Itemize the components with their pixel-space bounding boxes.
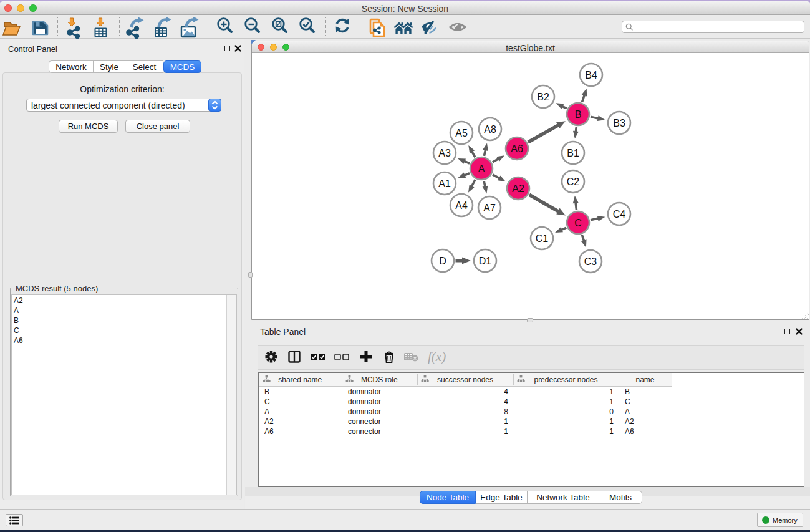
svg-text:B2: B2 bbox=[537, 92, 549, 102]
svg-text:C4: C4 bbox=[613, 209, 626, 220]
svg-text:B: B bbox=[575, 109, 582, 120]
svg-text:C: C bbox=[574, 218, 582, 228]
svg-text:B1: B1 bbox=[567, 148, 579, 158]
svg-text:D1: D1 bbox=[479, 256, 492, 266]
svg-text:C1: C1 bbox=[536, 233, 549, 244]
svg-text:A3: A3 bbox=[438, 148, 451, 158]
svg-text:A2: A2 bbox=[512, 183, 524, 194]
svg-text:A4: A4 bbox=[455, 200, 468, 211]
svg-text:B3: B3 bbox=[613, 118, 625, 128]
svg-text:A: A bbox=[478, 163, 485, 174]
svg-text:A5: A5 bbox=[455, 128, 468, 138]
svg-text:A8: A8 bbox=[484, 124, 496, 135]
svg-text:C3: C3 bbox=[584, 256, 597, 267]
svg-text:A7: A7 bbox=[483, 203, 496, 213]
svg-text:A6: A6 bbox=[511, 143, 523, 154]
svg-text:B4: B4 bbox=[585, 70, 597, 80]
svg-text:A1: A1 bbox=[438, 178, 451, 189]
svg-text:C2: C2 bbox=[567, 177, 580, 187]
svg-text:D: D bbox=[439, 256, 446, 266]
